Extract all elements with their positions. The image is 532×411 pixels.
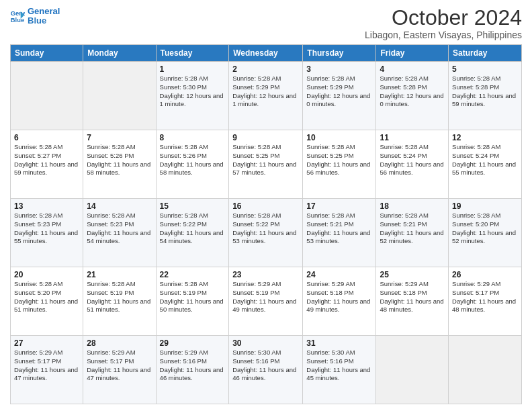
calendar: SundayMondayTuesdayWednesdayThursdayFrid… [10,44,522,404]
day-info: Sunrise: 5:30 AM Sunset: 5:16 PM Dayligh… [232,349,299,383]
calendar-cell: 12Sunrise: 5:28 AM Sunset: 5:24 PM Dayli… [449,130,522,199]
calendar-cell: 2Sunrise: 5:28 AM Sunset: 5:29 PM Daylig… [229,62,303,130]
day-number: 25 [380,270,445,279]
day-info: Sunrise: 5:28 AM Sunset: 5:22 PM Dayligh… [232,212,299,246]
day-number: 18 [380,201,445,211]
calendar-cell: 26Sunrise: 5:29 AM Sunset: 5:17 PM Dayli… [449,267,522,336]
weekday-header: Friday [376,45,449,62]
day-number: 6 [14,133,79,142]
calendar-cell: 25Sunrise: 5:29 AM Sunset: 5:18 PM Dayli… [376,267,449,336]
day-number: 10 [306,133,372,142]
day-info: Sunrise: 5:28 AM Sunset: 5:21 PM Dayligh… [306,212,372,246]
calendar-cell: 6Sunrise: 5:28 AM Sunset: 5:27 PM Daylig… [11,130,83,199]
weekday-header: Monday [83,45,156,62]
calendar-cell: 16Sunrise: 5:28 AM Sunset: 5:22 PM Dayli… [229,199,303,267]
day-info: Sunrise: 5:29 AM Sunset: 5:17 PM Dayligh… [14,349,79,383]
calendar-cell: 9Sunrise: 5:28 AM Sunset: 5:25 PM Daylig… [229,130,303,199]
calendar-cell: 1Sunrise: 5:28 AM Sunset: 5:30 PM Daylig… [156,62,229,130]
day-info: Sunrise: 5:28 AM Sunset: 5:30 PM Dayligh… [160,75,226,109]
calendar-cell: 28Sunrise: 5:29 AM Sunset: 5:17 PM Dayli… [83,336,156,404]
calendar-cell: 3Sunrise: 5:28 AM Sunset: 5:29 PM Daylig… [303,62,376,130]
calendar-cell: 21Sunrise: 5:28 AM Sunset: 5:19 PM Dayli… [83,267,156,336]
day-number: 29 [160,338,226,348]
day-info: Sunrise: 5:28 AM Sunset: 5:23 PM Dayligh… [14,212,79,246]
calendar-cell: 7Sunrise: 5:28 AM Sunset: 5:26 PM Daylig… [83,130,156,199]
day-info: Sunrise: 5:28 AM Sunset: 5:19 PM Dayligh… [87,280,152,314]
day-info: Sunrise: 5:28 AM Sunset: 5:24 PM Dayligh… [380,143,445,177]
day-number: 26 [452,270,518,279]
calendar-cell: 13Sunrise: 5:28 AM Sunset: 5:23 PM Dayli… [11,199,83,267]
month-title: October 2024 [365,7,522,28]
day-number: 15 [160,201,226,211]
day-number: 13 [14,201,79,211]
day-info: Sunrise: 5:28 AM Sunset: 5:20 PM Dayligh… [14,280,79,314]
day-info: Sunrise: 5:28 AM Sunset: 5:22 PM Dayligh… [160,212,226,246]
calendar-cell: 5Sunrise: 5:28 AM Sunset: 5:28 PM Daylig… [449,62,522,130]
day-info: Sunrise: 5:28 AM Sunset: 5:19 PM Dayligh… [160,280,226,314]
day-info: Sunrise: 5:28 AM Sunset: 5:25 PM Dayligh… [306,143,372,177]
day-info: Sunrise: 5:28 AM Sunset: 5:27 PM Dayligh… [14,143,79,177]
calendar-cell: 27Sunrise: 5:29 AM Sunset: 5:17 PM Dayli… [11,336,83,404]
day-number: 28 [87,338,152,348]
calendar-cell: 29Sunrise: 5:29 AM Sunset: 5:16 PM Dayli… [156,336,229,404]
calendar-cell: 23Sunrise: 5:29 AM Sunset: 5:19 PM Dayli… [229,267,303,336]
day-number: 12 [452,133,518,142]
calendar-cell: 31Sunrise: 5:30 AM Sunset: 5:16 PM Dayli… [303,336,376,404]
weekday-header: Sunday [11,45,83,62]
day-number: 30 [232,338,299,348]
day-number: 5 [452,64,518,74]
logo-line2: Blue [28,16,60,26]
day-info: Sunrise: 5:28 AM Sunset: 5:29 PM Dayligh… [306,75,372,109]
calendar-cell: 14Sunrise: 5:28 AM Sunset: 5:23 PM Dayli… [83,199,156,267]
calendar-cell [449,336,522,404]
title-block: October 2024 Libagon, Eastern Visayas, P… [365,7,522,40]
day-number: 23 [232,270,299,279]
calendar-cell: 30Sunrise: 5:30 AM Sunset: 5:16 PM Dayli… [229,336,303,404]
calendar-cell [376,336,449,404]
day-number: 14 [87,201,152,211]
calendar-cell: 4Sunrise: 5:28 AM Sunset: 5:28 PM Daylig… [376,62,449,130]
day-number: 8 [160,133,226,142]
day-info: Sunrise: 5:28 AM Sunset: 5:21 PM Dayligh… [380,212,445,246]
logo: General Blue General Blue [10,7,60,26]
day-info: Sunrise: 5:29 AM Sunset: 5:17 PM Dayligh… [452,280,518,314]
day-number: 16 [232,201,299,211]
header: General Blue General Blue October 2024 L… [10,7,522,40]
weekday-header: Saturday [449,45,522,62]
logo-line1: General [28,7,60,16]
logo-icon: General Blue [10,9,25,24]
day-info: Sunrise: 5:28 AM Sunset: 5:24 PM Dayligh… [452,143,518,177]
day-info: Sunrise: 5:28 AM Sunset: 5:20 PM Dayligh… [452,212,518,246]
day-info: Sunrise: 5:29 AM Sunset: 5:16 PM Dayligh… [160,349,226,383]
calendar-cell: 8Sunrise: 5:28 AM Sunset: 5:26 PM Daylig… [156,130,229,199]
day-number: 2 [232,64,299,74]
day-number: 31 [306,338,372,348]
calendar-cell: 24Sunrise: 5:29 AM Sunset: 5:18 PM Dayli… [303,267,376,336]
day-info: Sunrise: 5:29 AM Sunset: 5:19 PM Dayligh… [232,280,299,314]
day-info: Sunrise: 5:29 AM Sunset: 5:18 PM Dayligh… [306,280,372,314]
day-info: Sunrise: 5:28 AM Sunset: 5:28 PM Dayligh… [380,75,445,109]
day-number: 11 [380,133,445,142]
location-title: Libagon, Eastern Visayas, Philippines [365,30,522,40]
day-info: Sunrise: 5:28 AM Sunset: 5:25 PM Dayligh… [232,143,299,177]
day-info: Sunrise: 5:29 AM Sunset: 5:17 PM Dayligh… [87,349,152,383]
calendar-cell: 18Sunrise: 5:28 AM Sunset: 5:21 PM Dayli… [376,199,449,267]
day-info: Sunrise: 5:30 AM Sunset: 5:16 PM Dayligh… [306,349,372,383]
calendar-cell: 22Sunrise: 5:28 AM Sunset: 5:19 PM Dayli… [156,267,229,336]
day-number: 21 [87,270,152,279]
calendar-cell: 15Sunrise: 5:28 AM Sunset: 5:22 PM Dayli… [156,199,229,267]
calendar-cell: 11Sunrise: 5:28 AM Sunset: 5:24 PM Dayli… [376,130,449,199]
day-number: 20 [14,270,79,279]
day-info: Sunrise: 5:28 AM Sunset: 5:26 PM Dayligh… [87,143,152,177]
weekday-header: Tuesday [156,45,229,62]
day-info: Sunrise: 5:28 AM Sunset: 5:26 PM Dayligh… [160,143,226,177]
calendar-header: SundayMondayTuesdayWednesdayThursdayFrid… [11,45,522,62]
day-number: 9 [232,133,299,142]
day-number: 1 [160,64,226,74]
day-number: 3 [306,64,372,74]
day-info: Sunrise: 5:28 AM Sunset: 5:29 PM Dayligh… [232,75,299,109]
weekday-header: Thursday [303,45,376,62]
day-info: Sunrise: 5:28 AM Sunset: 5:28 PM Dayligh… [452,75,518,109]
calendar-cell [83,62,156,130]
day-info: Sunrise: 5:29 AM Sunset: 5:18 PM Dayligh… [380,280,445,314]
